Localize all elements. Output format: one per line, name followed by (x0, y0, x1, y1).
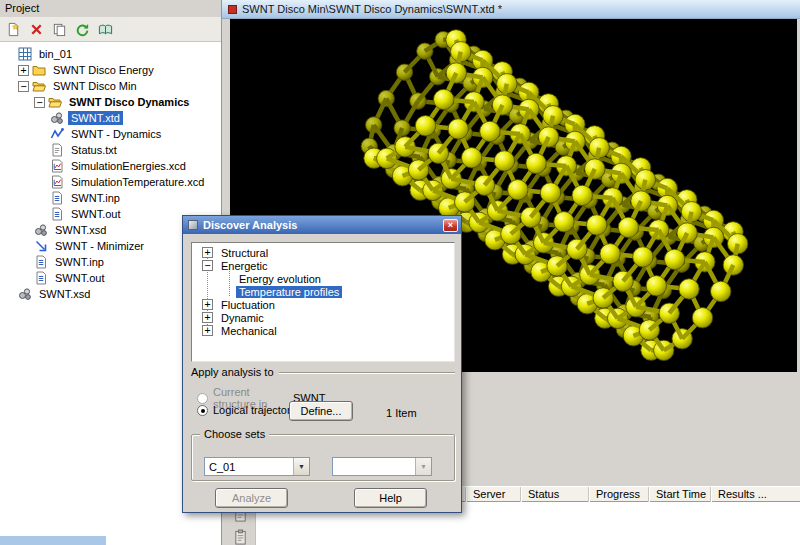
project-item-status-txt[interactable]: Status.txt (0, 142, 220, 158)
molecule-icon (34, 223, 48, 237)
jobs-column-status[interactable]: Status (520, 487, 588, 502)
folder-open-icon (48, 95, 62, 109)
logical-trajectory-label: Logical trajectory (213, 404, 296, 416)
folder-open-icon (32, 79, 46, 93)
discover-analysis-dialog: Discover Analysis × +Structural−Energeti… (182, 215, 462, 513)
inp-icon (34, 255, 48, 269)
analyze-button[interactable]: Analyze (215, 488, 288, 508)
new-document-icon[interactable] (3, 19, 24, 39)
logical-trajectory-radio[interactable] (197, 405, 208, 416)
molecule-icon (50, 111, 64, 125)
dynamics-icon (50, 127, 64, 141)
jobs-column-results[interactable]: Results ... (710, 487, 800, 502)
item-label: SimulationTemperature.xcd (68, 175, 207, 189)
project-item-swnt-disco-energy[interactable]: +SWNT Disco Energy (0, 62, 220, 78)
choose-sets-label: Choose sets (200, 428, 269, 440)
logical-trajectory-row: Logical trajectory (197, 404, 296, 416)
analysis-item-dynamic[interactable]: +Dynamic (192, 311, 454, 324)
collapse-icon[interactable]: − (18, 81, 29, 92)
set-dropdown[interactable]: C_01 ▼ (204, 457, 310, 476)
item-label: SWNT.xtd (68, 111, 123, 125)
inp-icon (50, 191, 64, 205)
expand-icon[interactable]: + (202, 312, 213, 323)
chevron-down-icon[interactable]: ▼ (293, 458, 309, 475)
project-item-simulationtemperature-xcd[interactable]: SimulationTemperature.xcd (0, 174, 220, 190)
apply-analysis-text: Apply analysis to (191, 366, 274, 378)
item-label: SWNT.xsd (52, 223, 109, 237)
choose-sets-group: Choose sets C_01 ▼ ▼ (191, 434, 455, 481)
expand-icon[interactable]: + (18, 65, 29, 76)
item-label: Structural (218, 247, 271, 259)
collapse-icon[interactable]: − (202, 260, 213, 271)
dialog-title: Discover Analysis (203, 219, 438, 231)
item-label: SWNT Disco Min (50, 79, 140, 93)
item-label: SWNT - Minimizer (52, 239, 147, 253)
viewer-titlebar[interactable]: SWNT Disco Min\SWNT Disco Dynamics\SWNT.… (222, 0, 800, 19)
document-icon (228, 5, 237, 14)
item-label: Mechanical (218, 325, 280, 337)
analysis-item-structural[interactable]: +Structural (192, 246, 454, 259)
define-button[interactable]: Define... (289, 401, 353, 421)
expand-icon[interactable]: + (202, 247, 213, 258)
help-button[interactable]: Help (354, 488, 427, 508)
project-item-swnt-dynamics[interactable]: SWNT - Dynamics (0, 126, 220, 142)
clipboard-button[interactable] (230, 527, 250, 545)
folder-icon (32, 63, 46, 77)
item-label: SWNT.out (52, 271, 108, 285)
analysis-tree: +Structural−EnergeticEnergy evolutionTem… (191, 242, 455, 362)
set-dropdown-value: C_01 (205, 461, 293, 473)
jobs-column-start-time[interactable]: Start Time (648, 487, 710, 502)
item-label: SWNT.inp (68, 191, 123, 205)
jobs-column-progress[interactable]: Progress (588, 487, 648, 502)
current-structure-radio[interactable] (197, 393, 208, 404)
item-label: SWNT Disco Dynamics (66, 95, 192, 109)
item-count: 1 Item (386, 407, 417, 419)
item-label: Temperature profiles (236, 286, 342, 298)
grid-icon (18, 47, 32, 61)
dialog-icon (188, 220, 198, 230)
item-label: Energy evolution (236, 273, 324, 285)
expand-icon[interactable]: + (202, 325, 213, 336)
divider (279, 372, 455, 374)
expand-icon[interactable]: + (202, 299, 213, 310)
analysis-item-temperature-profiles[interactable]: Temperature profiles (192, 285, 454, 298)
project-item-swnt-inp[interactable]: SWNT.inp (0, 190, 220, 206)
chevron-down-icon: ▼ (415, 458, 431, 475)
item-label: SWNT - Dynamics (68, 127, 164, 141)
project-item-swnt-disco-dynamics[interactable]: −SWNT Disco Dynamics (0, 94, 220, 110)
molecule-icon (18, 287, 32, 301)
analysis-item-fluctuation[interactable]: +Fluctuation (192, 298, 454, 311)
chart-icon (50, 175, 64, 189)
item-label: Energetic (218, 260, 270, 272)
project-item-swnt-disco-min[interactable]: −SWNT Disco Min (0, 78, 220, 94)
tree-guide-line (229, 269, 230, 296)
analysis-item-mechanical[interactable]: +Mechanical (192, 324, 454, 337)
project-item-simulationenergies-xcd[interactable]: SimulationEnergies.xcd (0, 158, 220, 174)
copy-icon[interactable] (49, 19, 70, 39)
item-label: Status.txt (68, 143, 120, 157)
secondary-set-dropdown[interactable]: ▼ (332, 457, 432, 476)
close-icon[interactable]: × (443, 219, 458, 232)
project-toolbar (0, 17, 221, 42)
library-icon[interactable] (95, 19, 116, 39)
minimizer-icon (34, 239, 48, 253)
item-label: bin_01 (36, 47, 75, 61)
item-label: Dynamic (218, 312, 267, 324)
jobs-column-server[interactable]: Server (465, 487, 520, 502)
analysis-item-energetic[interactable]: −Energetic (192, 259, 454, 272)
collapse-icon[interactable]: − (34, 97, 45, 108)
item-label: SWNT Disco Energy (50, 63, 157, 77)
analysis-item-energy-evolution[interactable]: Energy evolution (192, 272, 454, 285)
delete-icon[interactable] (26, 19, 47, 39)
inp-icon (34, 271, 48, 285)
item-label: SWNT.xsd (36, 287, 93, 301)
item-label: Fluctuation (218, 299, 278, 311)
project-item-bin-01[interactable]: bin_01 (0, 46, 220, 62)
txt-icon (50, 143, 64, 157)
inp-icon (50, 207, 64, 221)
refresh-icon[interactable] (72, 19, 93, 39)
taskbar-fragment (0, 536, 106, 545)
dialog-titlebar[interactable]: Discover Analysis × (183, 216, 461, 234)
project-item-swnt-xtd[interactable]: SWNT.xtd (0, 110, 220, 126)
chart-icon (50, 159, 64, 173)
